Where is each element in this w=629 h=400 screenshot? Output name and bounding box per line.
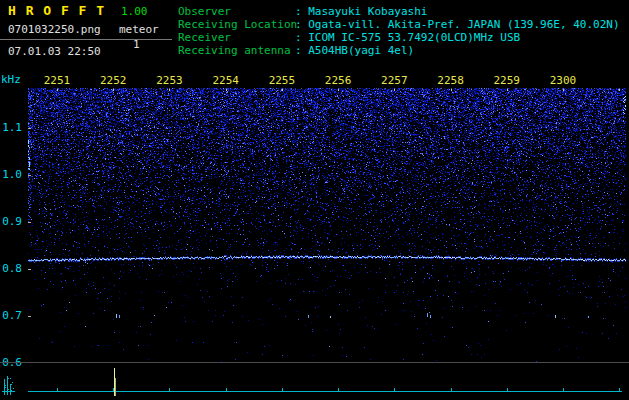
strip-divider: [0, 362, 629, 363]
info-label: Observer: [178, 5, 295, 18]
timestamp: 07.01.03 22:50: [8, 45, 101, 58]
info-row: Receiving antenna: A504HB(yagi 4el): [178, 44, 620, 57]
time-label: 2253: [152, 74, 186, 87]
time-label: 2257: [377, 74, 411, 87]
station-info: Observer: Masayuki KobayashiReceiving Lo…: [178, 5, 620, 57]
app-title: H R O F F T: [8, 3, 105, 18]
time-label: 2256: [321, 74, 355, 87]
freq-label: 0.9: [2, 215, 22, 228]
freq-label: 1.0: [2, 168, 22, 181]
freq-label: 0.7: [2, 309, 22, 322]
app-version: 1.00: [121, 5, 148, 18]
info-label: Receiver: [178, 31, 295, 44]
output-filename: 0701032250.png: [8, 23, 101, 36]
info-value: : Ogata-vill. Akita-Pref. JAPAN (139.96E…: [295, 18, 620, 31]
spectrogram-canvas: [28, 88, 626, 362]
freq-unit-label: kHz: [1, 73, 21, 86]
info-value: : ICOM IC-575 53.7492(0LCD)MHz USB: [295, 31, 520, 44]
info-value: : Masayuki Kobayashi: [295, 5, 427, 18]
mode-label: meteor: [119, 23, 159, 36]
info-row: Receiving Location: Ogata-vill. Akita-Pr…: [178, 18, 620, 31]
info-row: Observer: Masayuki Kobayashi: [178, 5, 620, 18]
time-label: 2254: [209, 74, 243, 87]
hrofft-window: H R O F F T 1.00 0701032250.png meteor 1…: [0, 0, 629, 400]
info-row: Receiver: ICOM IC-575 53.7492(0LCD)MHz U…: [178, 31, 620, 44]
header-divider: [0, 39, 172, 40]
time-label: 2258: [434, 74, 468, 87]
freq-label: 1.1: [2, 121, 22, 134]
time-label: 2300: [546, 74, 580, 87]
info-label: Receiving antenna: [178, 44, 295, 57]
time-label: 2252: [96, 74, 130, 87]
info-label: Receiving Location: [178, 18, 295, 31]
info-value: : A504HB(yagi 4el): [295, 44, 414, 57]
time-label: 2255: [265, 74, 299, 87]
freq-label: 0.8: [2, 262, 22, 275]
time-label: 2259: [490, 74, 524, 87]
echo-level-strip-canvas: [0, 368, 629, 400]
time-label: 2251: [40, 74, 74, 87]
